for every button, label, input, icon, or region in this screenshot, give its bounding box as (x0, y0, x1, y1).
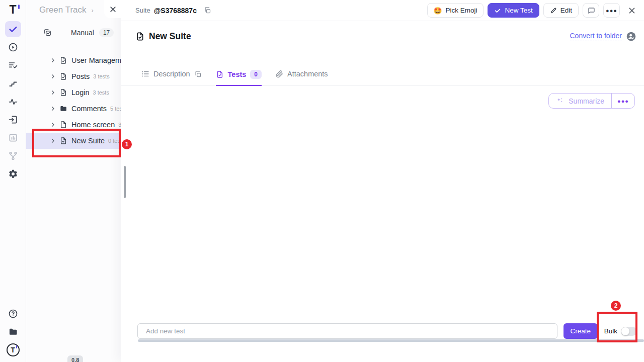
edit-button[interactable]: Edit (543, 3, 579, 18)
toggle-knob (621, 327, 629, 335)
play-circle-icon (8, 42, 18, 52)
sidebar-item-help[interactable] (5, 306, 21, 322)
more-icon: ●●● (606, 8, 617, 14)
tree-scrollbar-thumb[interactable] (124, 166, 126, 198)
copy-icon[interactable] (194, 70, 202, 78)
chevron-right-icon[interactable] (50, 73, 56, 79)
tab-attachments[interactable]: Attachments (276, 70, 328, 84)
new-test-button[interactable]: New Test (488, 3, 539, 18)
tests-count-badge: 0 (250, 70, 262, 79)
suite-header-bar: Suite @S3768887c 🤩 Pick Emoji New Test E… (121, 0, 644, 21)
chevron-right-icon[interactable] (50, 122, 56, 128)
more-icon: ●●● (617, 98, 629, 104)
folder-icon (59, 105, 67, 113)
add-test-input[interactable] (137, 323, 557, 339)
file-icon (59, 121, 67, 129)
horizontal-scrollbar[interactable] (138, 339, 644, 342)
bulk-label: Bulk (604, 327, 617, 335)
bar-chart-icon (8, 133, 18, 143)
sidebar-item-runs[interactable] (5, 39, 21, 55)
tab-label: Attachments (287, 70, 328, 78)
tab-label: Description (153, 70, 190, 78)
bulk-toggle[interactable] (621, 327, 637, 336)
suite-id: @S3768887c (154, 7, 197, 15)
tree-label: Login (71, 88, 89, 97)
close-icon (109, 6, 117, 13)
sidebar-item-analytics[interactable] (5, 130, 21, 146)
help-icon (8, 309, 18, 319)
sidebar-item-plans[interactable] (5, 57, 21, 73)
create-button[interactable]: Create (564, 323, 598, 339)
paperclip-icon (276, 70, 283, 78)
tree-label: Posts (71, 72, 90, 80)
add-test-composer: Create Bulk (137, 323, 637, 339)
sidebar-item-pulse[interactable] (5, 94, 21, 110)
tab-label: Tests (228, 70, 247, 78)
check-icon (494, 7, 501, 14)
suite-file-icon (59, 56, 67, 64)
tree-count: 3 tests (93, 89, 109, 96)
entity-label: Suite (135, 7, 150, 14)
assignee-avatar-icon[interactable] (626, 32, 636, 41)
suite-file-icon (59, 88, 67, 97)
pencil-icon (550, 7, 557, 14)
suite-detail-panel: Suite @S3768887c 🤩 Pick Emoji New Test E… (121, 0, 644, 362)
sidebar-item-milestones[interactable] (5, 75, 21, 92)
profile-avatar[interactable]: T (5, 342, 21, 358)
summarize-button-group: Summarize ●●● (548, 93, 635, 109)
more-actions-button[interactable]: ●●● (603, 3, 620, 18)
convert-to-folder-link[interactable]: Convert to folder (570, 32, 622, 41)
panel-close-button[interactable] (628, 7, 636, 15)
sidebar-item-branches[interactable] (5, 148, 21, 164)
sidebar-item-settings[interactable] (5, 166, 21, 182)
breadcrumb-separator: › (92, 7, 94, 14)
comments-button[interactable] (583, 3, 599, 18)
page-title: New Suite (149, 31, 191, 42)
import-icon (8, 115, 18, 125)
project-name[interactable]: Green Track (39, 5, 87, 15)
summarize-label: Summarize (569, 97, 604, 105)
sidebar-item-tests[interactable] (5, 21, 21, 37)
suite-title-row: New Suite (135, 31, 191, 42)
version-badge: 0.8 (67, 355, 83, 362)
steps-icon (8, 78, 18, 88)
suite-tabs: Description Tests 0 Attachments (121, 70, 644, 85)
pick-emoji-label: Pick Emoji (445, 7, 477, 14)
list-icon (141, 70, 149, 78)
chevron-right-icon[interactable] (50, 106, 56, 112)
emoji-icon: 🤩 (434, 7, 442, 15)
branch-icon (8, 151, 18, 161)
chevron-right-icon[interactable] (50, 57, 56, 63)
pick-emoji-button[interactable]: 🤩 Pick Emoji (427, 3, 484, 18)
list-check-icon (8, 60, 18, 70)
chevron-right-icon[interactable] (50, 89, 56, 96)
chevron-right-icon[interactable] (50, 138, 56, 144)
suite-file-icon (216, 70, 224, 78)
manual-count-badge: 17 (99, 28, 114, 37)
tree-label: Comments (71, 105, 107, 113)
tree-count: 3 tests (93, 73, 109, 79)
annotation-badge-1: 1 (122, 139, 132, 149)
suite-file-icon (59, 137, 67, 145)
sidebar-item-import[interactable] (5, 112, 21, 128)
folder-icon (8, 327, 18, 337)
new-test-label: New Test (505, 7, 532, 14)
tab-description[interactable]: Description (141, 70, 202, 84)
copy-check-icon[interactable] (43, 28, 52, 37)
filter-manual[interactable]: Manual (71, 29, 94, 37)
close-icon (628, 7, 636, 15)
summarize-button[interactable]: Summarize (549, 94, 611, 108)
summarize-more-button[interactable]: ●●● (611, 94, 634, 108)
sidebar-item-projects[interactable] (5, 324, 21, 340)
edit-label: Edit (560, 7, 572, 14)
avatar: T (7, 343, 20, 356)
tab-tests[interactable]: Tests 0 (216, 70, 262, 86)
tree-label: Home screen (71, 121, 115, 129)
app-logo-icon[interactable]: T (9, 3, 16, 19)
tree-label: New Suite (71, 137, 105, 145)
sparkles-icon (556, 97, 565, 105)
chat-icon (587, 7, 595, 15)
copy-id-icon[interactable] (204, 7, 211, 14)
gear-icon (8, 169, 18, 179)
panel-close-tab[interactable] (104, 0, 121, 18)
